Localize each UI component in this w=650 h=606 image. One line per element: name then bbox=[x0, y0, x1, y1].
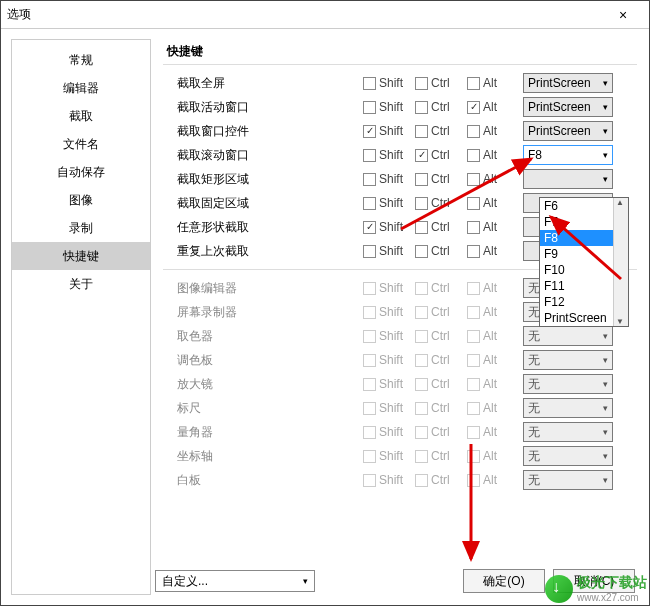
watermark-url: www.x27.com bbox=[577, 592, 647, 603]
shift-checkbox: Shift bbox=[363, 473, 413, 487]
key-select[interactable]: 无▾ bbox=[523, 374, 613, 394]
ctrl-checkbox: Ctrl bbox=[415, 377, 465, 391]
chevron-down-icon: ▾ bbox=[603, 150, 608, 160]
key-select[interactable]: 无▾ bbox=[523, 398, 613, 418]
alt-checkbox[interactable]: Alt bbox=[467, 172, 517, 186]
shift-checkbox[interactable]: Shift bbox=[363, 100, 413, 114]
row-label: 量角器 bbox=[163, 424, 363, 441]
alt-checkbox: Alt bbox=[467, 473, 517, 487]
sidebar-item[interactable]: 录制 bbox=[12, 214, 150, 242]
hotkey-row: 白板ShiftCtrlAlt无▾ bbox=[163, 468, 637, 492]
sidebar-item[interactable]: 关于 bbox=[12, 270, 150, 298]
chevron-down-icon: ▾ bbox=[603, 102, 608, 112]
shift-checkbox[interactable]: Shift bbox=[363, 148, 413, 162]
ctrl-checkbox: Ctrl bbox=[415, 401, 465, 415]
alt-checkbox[interactable]: Alt bbox=[467, 124, 517, 138]
key-select[interactable]: PrintScreen▾ bbox=[523, 73, 613, 93]
ctrl-checkbox[interactable]: Ctrl bbox=[415, 76, 465, 90]
ctrl-checkbox[interactable]: Ctrl bbox=[415, 172, 465, 186]
alt-checkbox: Alt bbox=[467, 281, 517, 295]
ok-button[interactable]: 确定(O) bbox=[463, 569, 545, 593]
sidebar-item[interactable]: 编辑器 bbox=[12, 74, 150, 102]
shift-checkbox: Shift bbox=[363, 305, 413, 319]
ctrl-checkbox[interactable]: Ctrl bbox=[415, 100, 465, 114]
row-label: 图像编辑器 bbox=[163, 280, 363, 297]
alt-checkbox[interactable]: Alt bbox=[467, 244, 517, 258]
shift-checkbox: Shift bbox=[363, 353, 413, 367]
row-label: 截取窗口控件 bbox=[163, 123, 363, 140]
shift-checkbox[interactable]: Shift bbox=[363, 220, 413, 234]
hotkey-row: 截取滚动窗口ShiftCtrlAltF8▾ bbox=[163, 143, 637, 167]
alt-checkbox[interactable]: Alt bbox=[467, 76, 517, 90]
preset-select[interactable]: 自定义... ▾ bbox=[155, 570, 315, 592]
shift-checkbox[interactable]: Shift bbox=[363, 244, 413, 258]
alt-checkbox[interactable]: Alt bbox=[467, 196, 517, 210]
shift-checkbox: Shift bbox=[363, 377, 413, 391]
alt-checkbox: Alt bbox=[467, 305, 517, 319]
ctrl-checkbox: Ctrl bbox=[415, 281, 465, 295]
key-select[interactable]: 无▾ bbox=[523, 422, 613, 442]
row-label: 截取固定区域 bbox=[163, 195, 363, 212]
chevron-down-icon: ▾ bbox=[603, 475, 608, 485]
key-select[interactable]: 无▾ bbox=[523, 470, 613, 490]
row-label: 取色器 bbox=[163, 328, 363, 345]
sidebar-item[interactable]: 文件名 bbox=[12, 130, 150, 158]
ctrl-checkbox[interactable]: Ctrl bbox=[415, 244, 465, 258]
sidebar-item[interactable]: 常规 bbox=[12, 46, 150, 74]
preset-label: 自定义... bbox=[162, 573, 208, 590]
alt-checkbox: Alt bbox=[467, 425, 517, 439]
shift-checkbox[interactable]: Shift bbox=[363, 172, 413, 186]
key-select[interactable]: PrintScreen▾ bbox=[523, 121, 613, 141]
chevron-down-icon: ▾ bbox=[603, 427, 608, 437]
row-label: 截取活动窗口 bbox=[163, 99, 363, 116]
sidebar-item[interactable]: 截取 bbox=[12, 102, 150, 130]
alt-checkbox[interactable]: Alt bbox=[467, 148, 517, 162]
shift-checkbox: Shift bbox=[363, 401, 413, 415]
dropdown-scrollbar[interactable] bbox=[613, 198, 628, 326]
sidebar-item[interactable]: 图像 bbox=[12, 186, 150, 214]
sidebar-item[interactable]: 自动保存 bbox=[12, 158, 150, 186]
ctrl-checkbox[interactable]: Ctrl bbox=[415, 196, 465, 210]
row-label: 屏幕录制器 bbox=[163, 304, 363, 321]
ctrl-checkbox[interactable]: Ctrl bbox=[415, 124, 465, 138]
shift-checkbox: Shift bbox=[363, 329, 413, 343]
alt-checkbox: Alt bbox=[467, 377, 517, 391]
chevron-down-icon: ▾ bbox=[603, 355, 608, 365]
hotkey-row: 截取活动窗口ShiftCtrlAltPrintScreen▾ bbox=[163, 95, 637, 119]
key-select[interactable]: 无▾ bbox=[523, 446, 613, 466]
window-title: 选项 bbox=[7, 6, 603, 23]
chevron-down-icon: ▾ bbox=[603, 78, 608, 88]
watermark-brand: 极光下载站 bbox=[577, 574, 647, 590]
ctrl-checkbox: Ctrl bbox=[415, 449, 465, 463]
row-label: 坐标轴 bbox=[163, 448, 363, 465]
hotkey-row: 放大镜ShiftCtrlAlt无▾ bbox=[163, 372, 637, 396]
shift-checkbox[interactable]: Shift bbox=[363, 124, 413, 138]
key-select[interactable]: F8▾ bbox=[523, 145, 613, 165]
alt-checkbox: Alt bbox=[467, 449, 517, 463]
key-select[interactable]: ▾ bbox=[523, 169, 613, 189]
sidebar-item[interactable]: 快捷键 bbox=[12, 242, 150, 270]
shift-checkbox[interactable]: Shift bbox=[363, 76, 413, 90]
alt-checkbox[interactable]: Alt bbox=[467, 220, 517, 234]
key-dropdown[interactable]: F6F7F8F9F10F11F12PrintScreen bbox=[539, 197, 629, 327]
alt-checkbox: Alt bbox=[467, 329, 517, 343]
key-select[interactable]: 无▾ bbox=[523, 326, 613, 346]
close-icon[interactable]: × bbox=[603, 7, 643, 23]
row-label: 任意形状截取 bbox=[163, 219, 363, 236]
ctrl-checkbox[interactable]: Ctrl bbox=[415, 220, 465, 234]
main-panel: 快捷键 截取全屏ShiftCtrlAltPrintScreen▾截取活动窗口Sh… bbox=[151, 29, 649, 605]
ctrl-checkbox: Ctrl bbox=[415, 305, 465, 319]
chevron-down-icon: ▾ bbox=[303, 576, 308, 586]
watermark: 极光下载站 www.x27.com bbox=[545, 574, 647, 603]
watermark-logo-icon bbox=[545, 575, 573, 603]
shift-checkbox[interactable]: Shift bbox=[363, 196, 413, 210]
row-label: 截取全屏 bbox=[163, 75, 363, 92]
alt-checkbox[interactable]: Alt bbox=[467, 100, 517, 114]
ctrl-checkbox[interactable]: Ctrl bbox=[415, 148, 465, 162]
row-label: 重复上次截取 bbox=[163, 243, 363, 260]
key-select[interactable]: PrintScreen▾ bbox=[523, 97, 613, 117]
ctrl-checkbox: Ctrl bbox=[415, 353, 465, 367]
key-select[interactable]: 无▾ bbox=[523, 350, 613, 370]
alt-checkbox: Alt bbox=[467, 401, 517, 415]
chevron-down-icon: ▾ bbox=[603, 451, 608, 461]
